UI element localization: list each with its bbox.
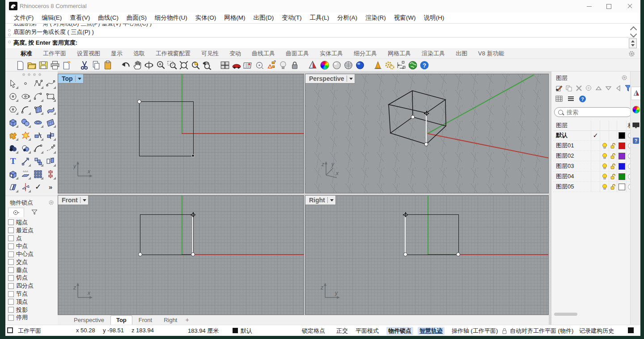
osnap-near[interactable]: 最近点: [8, 226, 34, 234]
shaded-sphere-icon[interactable]: [332, 60, 342, 70]
command-spinner[interactable]: [629, 38, 637, 48]
osnap-mid[interactable]: 中点: [8, 242, 34, 250]
rectangular-array-tool[interactable]: [32, 167, 44, 180]
layer-unlocked-icon[interactable]: [610, 153, 616, 159]
toolbar-tab-solid-tools[interactable]: 实体工具: [314, 50, 348, 58]
toolbar-tab-render-tools[interactable]: 渲染工具: [416, 50, 450, 58]
cone-icon[interactable]: [373, 60, 383, 70]
check-tool[interactable]: ✓: [32, 180, 44, 193]
toolbar-tab-set-view[interactable]: 设置视图: [72, 50, 106, 58]
new-sublayer-icon[interactable]: [565, 84, 573, 92]
checkbox[interactable]: [8, 235, 14, 241]
layer-search-input[interactable]: [566, 109, 621, 116]
rectangle-tool[interactable]: [44, 90, 57, 103]
menu-file[interactable]: 文件(F): [10, 14, 38, 22]
layers-gear-icon[interactable]: [621, 75, 627, 83]
smarttrack-toggle[interactable]: 智慧轨迹: [418, 327, 445, 335]
gumball-toggle[interactable]: 操作轴 (工作平面): [452, 327, 498, 335]
viewport-right-label[interactable]: Right: [305, 196, 336, 205]
checkbox[interactable]: [8, 267, 14, 273]
move-layer-down-icon[interactable]: [604, 84, 612, 92]
open-file-icon[interactable]: [27, 60, 37, 70]
layer-color-swatch[interactable]: [619, 153, 625, 159]
grid-toggle-icon[interactable]: [7, 327, 13, 333]
zoom-selected-icon[interactable]: [179, 60, 189, 70]
history-scroll-down-icon[interactable]: [630, 31, 637, 38]
minimize-button[interactable]: [580, 0, 599, 13]
orient-tool[interactable]: [19, 180, 32, 193]
checkbox[interactable]: [8, 275, 14, 281]
zoom-window-icon[interactable]: [167, 60, 177, 70]
filter-status-icon[interactable]: [628, 327, 634, 333]
layer-color-swatch[interactable]: [619, 132, 625, 139]
menu-view[interactable]: 查看(V): [66, 14, 94, 22]
move-layer-up-icon[interactable]: [594, 84, 602, 92]
paste-icon[interactable]: [103, 60, 113, 70]
puzzle-tool[interactable]: [7, 129, 19, 142]
boolean-union-tool[interactable]: [7, 142, 19, 155]
menu-tools[interactable]: 工具(L): [306, 14, 334, 22]
viewport-top-label[interactable]: Top: [58, 74, 84, 84]
extrude-solid-tool[interactable]: [7, 167, 19, 180]
surface-cv-tool[interactable]: [32, 103, 44, 116]
car-icon[interactable]: [232, 60, 242, 70]
checkbox[interactable]: [8, 227, 14, 233]
save-icon[interactable]: [38, 60, 48, 70]
layer-row-03[interactable]: 图层03: [553, 161, 630, 172]
linear-array-tool[interactable]: [44, 167, 57, 180]
interpolate-curve-tool[interactable]: [44, 77, 57, 90]
tab-top[interactable]: Top: [110, 315, 132, 325]
help-icon[interactable]: ?: [419, 60, 429, 70]
current-layer-swatch[interactable]: [233, 328, 238, 333]
layer-on-bulb-icon[interactable]: [602, 184, 608, 190]
layer-color-swatch[interactable]: [619, 173, 625, 180]
select-arrow-tool[interactable]: [7, 77, 19, 90]
shaded-mode-icon[interactable]: [308, 60, 318, 70]
osnap-project[interactable]: 投影: [8, 306, 34, 314]
move-tool[interactable]: [19, 155, 32, 167]
box-right-outline[interactable]: [405, 214, 459, 255]
layer-unlocked-icon[interactable]: [610, 163, 616, 169]
toolbar-tab-drafting[interactable]: 出图: [450, 50, 473, 58]
fillet-corner-tool[interactable]: [19, 103, 32, 116]
cplane-button[interactable]: 工作平面: [18, 327, 41, 335]
split-tool[interactable]: [44, 129, 57, 142]
autocplane-toggle[interactable]: 自动对齐工作平面 (物件): [510, 327, 573, 335]
menu-transform[interactable]: 变动(T): [278, 14, 305, 22]
layer-unlocked-icon[interactable]: [610, 173, 616, 180]
layer-row-default[interactable]: 默认 ✓: [553, 130, 630, 141]
zoom-dynamic-icon[interactable]: [156, 60, 165, 70]
copy-icon[interactable]: [91, 60, 101, 70]
toolbar-tab-transform[interactable]: 变动: [224, 50, 246, 58]
explode-tool[interactable]: [19, 129, 32, 142]
cut-icon[interactable]: [80, 60, 89, 70]
rendered-sphere-icon[interactable]: [343, 60, 353, 70]
menu-surface[interactable]: 曲面(S): [123, 14, 151, 22]
arc-tool[interactable]: [32, 90, 44, 103]
checkbox[interactable]: [8, 283, 14, 289]
osnap-quadrant[interactable]: 四分点: [8, 282, 34, 290]
lock-icon[interactable]: [290, 60, 300, 70]
pan-view-icon[interactable]: [132, 60, 142, 70]
menu-dimension[interactable]: 出图(D): [250, 14, 278, 22]
layer-color-swatch[interactable]: [619, 184, 625, 190]
zoom-target-icon[interactable]: [191, 60, 200, 70]
trim-tool[interactable]: [32, 129, 44, 142]
palette-grip[interactable]: [22, 73, 41, 76]
layer-row-01[interactable]: 图层01: [553, 141, 630, 151]
four-viewports-icon[interactable]: [220, 60, 230, 70]
menu-panels[interactable]: 视窗(W): [390, 14, 420, 22]
print-icon[interactable]: [50, 60, 60, 70]
osnap-point[interactable]: 点: [8, 234, 34, 243]
toolbar-tab-display[interactable]: 显示: [106, 50, 128, 58]
palette-more-button[interactable]: »: [44, 180, 57, 193]
point-circle-icon[interactable]: [255, 60, 265, 70]
osnap-tangent[interactable]: 切点: [8, 274, 34, 282]
solid-spheres-tool[interactable]: [19, 116, 32, 129]
close-button[interactable]: [620, 0, 640, 13]
layer-row-04[interactable]: 图层04: [553, 172, 630, 182]
earth-icon[interactable]: [408, 60, 418, 70]
checkbox[interactable]: [8, 219, 14, 225]
layer-on-bulb-icon[interactable]: [602, 173, 608, 180]
checkbox[interactable]: [8, 307, 14, 313]
